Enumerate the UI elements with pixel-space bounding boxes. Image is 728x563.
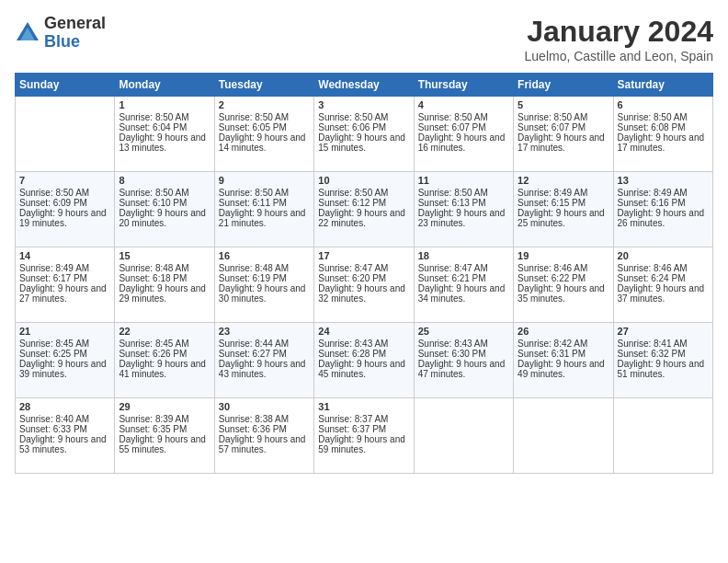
day-number: 29 bbox=[119, 401, 210, 412]
sunset-text: Sunset: 6:22 PM bbox=[518, 273, 609, 283]
sunrise-text: Sunrise: 8:49 AM bbox=[518, 188, 609, 198]
day-number: 6 bbox=[618, 99, 709, 110]
daylight-text: Daylight: 9 hours and 16 minutes. bbox=[418, 132, 509, 153]
header-tuesday: Tuesday bbox=[214, 74, 313, 97]
sunrise-text: Sunrise: 8:50 AM bbox=[418, 112, 509, 122]
sunrise-text: Sunrise: 8:43 AM bbox=[418, 339, 509, 349]
daylight-text: Daylight: 9 hours and 25 minutes. bbox=[518, 208, 609, 228]
day-number: 26 bbox=[518, 326, 609, 337]
sunset-text: Sunset: 6:27 PM bbox=[219, 349, 310, 359]
sunset-text: Sunset: 6:18 PM bbox=[119, 273, 210, 283]
sunset-text: Sunset: 6:28 PM bbox=[318, 349, 409, 359]
sunrise-text: Sunrise: 8:50 AM bbox=[518, 112, 609, 122]
sunset-text: Sunset: 6:04 PM bbox=[119, 122, 210, 132]
cell-0-2: 2Sunrise: 8:50 AMSunset: 6:05 PMDaylight… bbox=[214, 97, 313, 172]
header: General Blue January 2024 Luelmo, Castil… bbox=[15, 15, 713, 63]
day-number: 31 bbox=[318, 401, 409, 412]
cell-2-5: 19Sunrise: 8:46 AMSunset: 6:22 PMDayligh… bbox=[514, 247, 613, 323]
day-number: 8 bbox=[119, 175, 210, 186]
daylight-text: Daylight: 9 hours and 27 minutes. bbox=[19, 283, 110, 304]
location: Luelmo, Castille and Leon, Spain bbox=[525, 49, 713, 63]
cell-0-3: 3Sunrise: 8:50 AMSunset: 6:06 PMDaylight… bbox=[314, 97, 414, 172]
sunset-text: Sunset: 6:12 PM bbox=[318, 198, 409, 208]
daylight-text: Daylight: 9 hours and 17 minutes. bbox=[618, 132, 709, 153]
cell-3-2: 23Sunrise: 8:44 AMSunset: 6:27 PMDayligh… bbox=[214, 323, 313, 398]
day-number: 1 bbox=[119, 99, 210, 110]
sunset-text: Sunset: 6:06 PM bbox=[318, 122, 409, 132]
cell-1-3: 10Sunrise: 8:50 AMSunset: 6:12 PMDayligh… bbox=[314, 172, 414, 247]
cell-4-1: 29Sunrise: 8:39 AMSunset: 6:35 PMDayligh… bbox=[115, 398, 214, 474]
sunrise-text: Sunrise: 8:43 AM bbox=[318, 339, 409, 349]
sunrise-text: Sunrise: 8:47 AM bbox=[418, 263, 509, 273]
cell-4-6 bbox=[613, 398, 712, 474]
logo: General Blue bbox=[15, 15, 106, 52]
day-number: 13 bbox=[618, 175, 709, 186]
cell-3-5: 26Sunrise: 8:42 AMSunset: 6:31 PMDayligh… bbox=[514, 323, 613, 398]
cell-1-1: 8Sunrise: 8:50 AMSunset: 6:10 PMDaylight… bbox=[115, 172, 214, 247]
day-number: 30 bbox=[219, 401, 310, 412]
calendar-table: SundayMondayTuesdayWednesdayThursdayFrid… bbox=[15, 73, 713, 474]
sunrise-text: Sunrise: 8:50 AM bbox=[19, 188, 110, 198]
sunset-text: Sunset: 6:10 PM bbox=[119, 198, 210, 208]
cell-4-0: 28Sunrise: 8:40 AMSunset: 6:33 PMDayligh… bbox=[16, 398, 115, 474]
day-number: 21 bbox=[19, 326, 110, 337]
day-number: 22 bbox=[119, 326, 210, 337]
sunset-text: Sunset: 6:21 PM bbox=[418, 273, 509, 283]
day-number: 25 bbox=[418, 326, 509, 337]
header-saturday: Saturday bbox=[613, 74, 712, 97]
week-row-2: 14Sunrise: 8:49 AMSunset: 6:17 PMDayligh… bbox=[16, 247, 713, 323]
sunset-text: Sunset: 6:07 PM bbox=[418, 122, 509, 132]
daylight-text: Daylight: 9 hours and 47 minutes. bbox=[418, 359, 509, 379]
day-number: 11 bbox=[418, 175, 509, 186]
logo-general-text: General bbox=[44, 15, 106, 33]
logo-text: General Blue bbox=[44, 15, 106, 52]
sunrise-text: Sunrise: 8:45 AM bbox=[19, 339, 110, 349]
sunrise-text: Sunrise: 8:38 AM bbox=[219, 414, 310, 424]
sunset-text: Sunset: 6:08 PM bbox=[618, 122, 709, 132]
day-number: 14 bbox=[19, 250, 110, 261]
header-thursday: Thursday bbox=[414, 74, 513, 97]
daylight-text: Daylight: 9 hours and 32 minutes. bbox=[318, 283, 409, 304]
week-row-3: 21Sunrise: 8:45 AMSunset: 6:25 PMDayligh… bbox=[16, 323, 713, 398]
cell-3-1: 22Sunrise: 8:45 AMSunset: 6:26 PMDayligh… bbox=[115, 323, 214, 398]
day-number: 17 bbox=[318, 250, 409, 261]
daylight-text: Daylight: 9 hours and 21 minutes. bbox=[219, 208, 310, 228]
sunrise-text: Sunrise: 8:46 AM bbox=[618, 263, 709, 273]
week-row-0: 1Sunrise: 8:50 AMSunset: 6:04 PMDaylight… bbox=[16, 97, 713, 172]
cell-1-5: 12Sunrise: 8:49 AMSunset: 6:15 PMDayligh… bbox=[514, 172, 613, 247]
sunrise-text: Sunrise: 8:50 AM bbox=[418, 188, 509, 198]
month-title: January 2024 bbox=[525, 15, 713, 49]
header-row: SundayMondayTuesdayWednesdayThursdayFrid… bbox=[16, 74, 713, 97]
daylight-text: Daylight: 9 hours and 14 minutes. bbox=[219, 132, 310, 153]
day-number: 3 bbox=[318, 99, 409, 110]
sunset-text: Sunset: 6:36 PM bbox=[219, 424, 310, 434]
sunset-text: Sunset: 6:09 PM bbox=[19, 198, 110, 208]
title-section: January 2024 Luelmo, Castille and Leon, … bbox=[525, 15, 713, 63]
sunrise-text: Sunrise: 8:39 AM bbox=[119, 414, 210, 424]
day-number: 27 bbox=[618, 326, 709, 337]
cell-1-6: 13Sunrise: 8:49 AMSunset: 6:16 PMDayligh… bbox=[613, 172, 712, 247]
sunrise-text: Sunrise: 8:48 AM bbox=[219, 263, 310, 273]
day-number: 5 bbox=[518, 99, 609, 110]
cell-0-6: 6Sunrise: 8:50 AMSunset: 6:08 PMDaylight… bbox=[613, 97, 712, 172]
daylight-text: Daylight: 9 hours and 26 minutes. bbox=[618, 208, 709, 228]
week-row-1: 7Sunrise: 8:50 AMSunset: 6:09 PMDaylight… bbox=[16, 172, 713, 247]
sunset-text: Sunset: 6:32 PM bbox=[618, 349, 709, 359]
daylight-text: Daylight: 9 hours and 59 minutes. bbox=[318, 434, 409, 454]
sunset-text: Sunset: 6:33 PM bbox=[19, 424, 110, 434]
day-number: 23 bbox=[219, 326, 310, 337]
cell-2-3: 17Sunrise: 8:47 AMSunset: 6:20 PMDayligh… bbox=[314, 247, 414, 323]
sunrise-text: Sunrise: 8:49 AM bbox=[19, 263, 110, 273]
sunset-text: Sunset: 6:26 PM bbox=[119, 349, 210, 359]
day-number: 19 bbox=[518, 250, 609, 261]
daylight-text: Daylight: 9 hours and 23 minutes. bbox=[418, 208, 509, 228]
cell-3-6: 27Sunrise: 8:41 AMSunset: 6:32 PMDayligh… bbox=[613, 323, 712, 398]
sunrise-text: Sunrise: 8:44 AM bbox=[219, 339, 310, 349]
cell-0-1: 1Sunrise: 8:50 AMSunset: 6:04 PMDaylight… bbox=[115, 97, 214, 172]
daylight-text: Daylight: 9 hours and 43 minutes. bbox=[219, 359, 310, 379]
sunset-text: Sunset: 6:19 PM bbox=[219, 273, 310, 283]
daylight-text: Daylight: 9 hours and 17 minutes. bbox=[518, 132, 609, 153]
sunset-text: Sunset: 6:05 PM bbox=[219, 122, 310, 132]
sunset-text: Sunset: 6:37 PM bbox=[318, 424, 409, 434]
sunrise-text: Sunrise: 8:42 AM bbox=[518, 339, 609, 349]
